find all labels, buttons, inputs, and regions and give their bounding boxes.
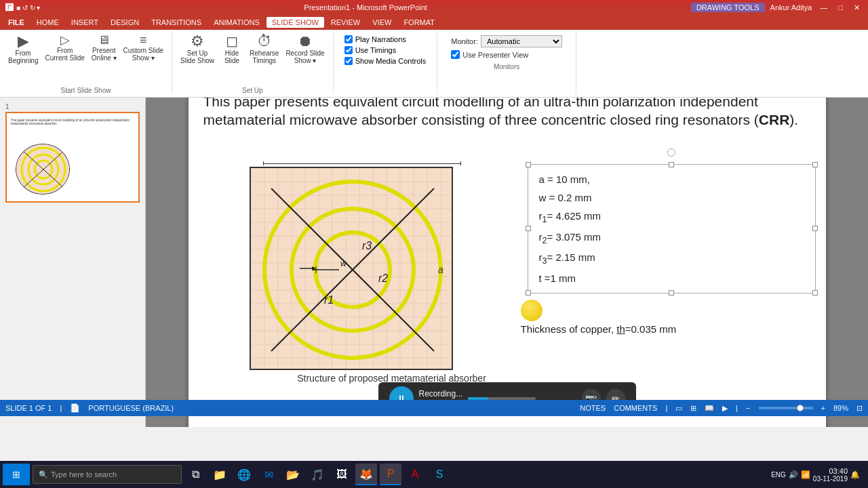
- taskbar-explorer[interactable]: 📁: [209, 464, 231, 485]
- zoom-slider[interactable]: [759, 407, 813, 409]
- handle-bl[interactable]: [526, 290, 531, 296]
- figure-image: r1 r2 r3 w a: [250, 167, 453, 370]
- param-r1: r1= 4.625 mm: [539, 207, 804, 228]
- taskbar-edge[interactable]: 🌐: [233, 464, 255, 485]
- title-bar: 🅿 ■ ↺ ↻ ▾ Presentation1 - Microsoft Powe…: [0, 0, 868, 15]
- search-icon: 🔍: [39, 470, 48, 479]
- taskbar: ⊞ 🔍 Type here to search ⧉ 📁 🌐 ✉ 📂 🎵 🖼 🦊 …: [0, 461, 868, 488]
- view-slideshow[interactable]: ▶: [722, 404, 728, 413]
- taskbar-app1[interactable]: S: [429, 464, 450, 485]
- menu-review[interactable]: REVIEW: [326, 17, 366, 28]
- maximize-btn[interactable]: □: [835, 3, 846, 12]
- close-btn[interactable]: ✕: [851, 3, 863, 12]
- show-media-check[interactable]: Show Media Controls: [344, 57, 427, 65]
- title-bar-left-icons[interactable]: ■ ↺ ↻ ▾: [16, 4, 40, 12]
- presenter-view-check[interactable]: [451, 50, 460, 59]
- copper-text: Thickness of copper, th=0.035 mm: [521, 323, 677, 335]
- play-narrations-check[interactable]: Play Narrations: [344, 35, 427, 43]
- presenter-view-label: Use Presenter View: [462, 51, 528, 59]
- user-name: Ankur Aditya: [770, 3, 812, 12]
- handle-tm[interactable]: [669, 162, 674, 167]
- menu-transitions[interactable]: TRANSITIONS: [146, 17, 207, 28]
- clock[interactable]: 03:40 03-11-2019: [813, 467, 848, 483]
- set-up-icon: ⚙: [191, 34, 204, 49]
- handle-bm[interactable]: [669, 290, 674, 296]
- menu-design[interactable]: DESIGN: [105, 17, 144, 28]
- taskbar-firefox[interactable]: 🦊: [355, 464, 377, 485]
- drawing-tools-badge: DRAWING TOOLS: [691, 3, 765, 12]
- zoom-in[interactable]: +: [821, 404, 825, 412]
- handle-br[interactable]: [812, 290, 818, 296]
- menu-view[interactable]: VIEW: [367, 17, 397, 28]
- taskbar-search[interactable]: 🔍 Type here to search: [33, 465, 182, 484]
- menu-format[interactable]: FORMAT: [398, 17, 440, 28]
- taskbar-music[interactable]: 🎵: [307, 464, 328, 485]
- taskbar-folder[interactable]: 📂: [282, 464, 304, 485]
- folder-icon: 📂: [286, 468, 300, 481]
- view-reading[interactable]: 📖: [705, 404, 714, 413]
- handle-tr[interactable]: [812, 162, 818, 167]
- record-icon: ⏺: [298, 34, 313, 49]
- present-online-btn[interactable]: 🖥 PresentOnline ▾: [89, 33, 119, 63]
- edge-icon: 🌐: [237, 468, 251, 481]
- zoom-out[interactable]: −: [746, 404, 750, 412]
- zoom-level[interactable]: 89%: [833, 404, 848, 412]
- svg-text:r1: r1: [324, 294, 334, 306]
- menu-home[interactable]: HOME: [31, 17, 64, 28]
- ribbon-group-monitors: Monitor: Automatic Use Presenter View Mo…: [437, 33, 576, 94]
- network-icon[interactable]: 📶: [801, 470, 810, 479]
- set-up-show-btn[interactable]: ⚙ Set UpSlide Show: [178, 33, 217, 66]
- menu-file[interactable]: FILE: [3, 17, 30, 28]
- handle-tl[interactable]: [526, 162, 531, 167]
- rehearse-timings-btn[interactable]: ⏱ RehearseTimings: [247, 33, 281, 66]
- monitor-select[interactable]: Automatic: [481, 35, 562, 47]
- from-beginning-btn[interactable]: ▶ FromBeginning: [5, 33, 41, 66]
- taskbar-mail[interactable]: ✉: [258, 464, 279, 485]
- menu-slideshow[interactable]: SLIDE SHOW: [267, 17, 324, 28]
- svg-text:r3: r3: [362, 240, 372, 251]
- handle-mr[interactable]: [812, 226, 818, 231]
- fit-slide[interactable]: ⊡: [856, 404, 863, 413]
- minimize-btn[interactable]: —: [817, 3, 830, 12]
- svg-text:r2: r2: [378, 272, 388, 284]
- param-w: w = 0.2 mm: [539, 188, 804, 207]
- language: PORTUGUESE (BRAZIL): [88, 404, 174, 412]
- title-bar-title: Presentation1 - Microsoft PowerPoint: [304, 3, 427, 12]
- ppt-taskbar-icon: P: [387, 468, 395, 480]
- svg-text:a: a: [438, 264, 443, 275]
- handle-ml[interactable]: [526, 226, 531, 231]
- slide-main-text: This paper presents equivalent circuit m…: [203, 98, 811, 129]
- status-sep2: |: [665, 404, 667, 412]
- volume-icon[interactable]: 🔊: [789, 470, 798, 479]
- from-current-slide-btn[interactable]: ▷ FromCurrent Slide: [42, 33, 87, 63]
- view-slide-sorter[interactable]: ⊞: [690, 404, 696, 413]
- record-show-btn[interactable]: ⏺ Record SlideShow ▾: [283, 33, 327, 66]
- menu-insert[interactable]: INSERT: [66, 17, 104, 28]
- slide-panel: 1 This paper presents equivalent circuit…: [0, 98, 146, 427]
- explorer-icon: 📁: [213, 468, 226, 481]
- setup-label: Set Up: [242, 87, 263, 94]
- view-normal[interactable]: ▭: [675, 404, 682, 413]
- taskbar-right: ENG 🔊 📶 03:40 03-11-2019 🔔: [771, 467, 865, 483]
- taskbar-photos[interactable]: 🖼: [331, 464, 353, 485]
- task-view-btn[interactable]: ⧉: [184, 464, 206, 485]
- comments-btn[interactable]: COMMENTS: [614, 404, 657, 412]
- hide-slide-btn[interactable]: ◻ HideSlide: [218, 33, 245, 66]
- slide-thumbnail[interactable]: This paper presents equivalent circuit m…: [5, 112, 140, 203]
- start-button[interactable]: ⊞: [3, 464, 30, 485]
- menu-animations[interactable]: ANIMATIONS: [208, 17, 265, 28]
- taskbar-acrobat[interactable]: A: [404, 464, 426, 485]
- param-r2: r2= 3.075 mm: [539, 228, 804, 249]
- notes-btn[interactable]: NOTES: [580, 404, 606, 412]
- rotation-handle[interactable]: [667, 148, 675, 157]
- zoom-thumb[interactable]: [797, 405, 804, 411]
- param-a: a = 10 mm,: [539, 170, 804, 188]
- custom-show-btn[interactable]: ≡ Custom SlideShow ▾: [121, 33, 166, 63]
- app1-icon: S: [436, 468, 443, 481]
- taskbar-powerpoint[interactable]: P: [380, 464, 401, 485]
- start-slideshow-label: Start Slide Show: [61, 87, 111, 94]
- use-timings-check[interactable]: Use Timings: [344, 46, 427, 54]
- notification-icon[interactable]: 🔔: [850, 470, 860, 479]
- svg-text:w: w: [340, 259, 347, 268]
- yellow-dot[interactable]: [521, 300, 542, 321]
